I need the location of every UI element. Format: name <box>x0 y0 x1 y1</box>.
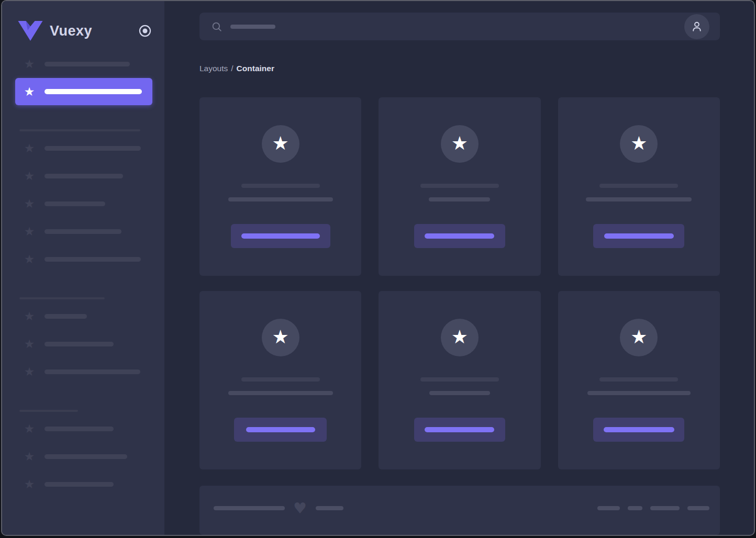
placeholder-card: ★ <box>379 291 540 469</box>
star-icon: ★ <box>23 253 36 265</box>
brand-name: Vuexy <box>50 23 92 39</box>
search-bar[interactable] <box>199 13 720 40</box>
skeleton-bar <box>45 62 130 66</box>
placeholder-card: ★ <box>558 97 720 276</box>
skeleton-bar <box>599 184 678 188</box>
card-action-button[interactable] <box>231 224 330 248</box>
sidebar-item[interactable]: ★ <box>2 443 164 470</box>
skeleton-bar <box>45 369 140 374</box>
card-action-button[interactable] <box>414 418 505 442</box>
card-action-button[interactable] <box>593 224 684 248</box>
skeleton-bar <box>45 342 114 346</box>
skeleton-bar <box>316 506 343 510</box>
star-icon: ★ <box>630 134 647 153</box>
skeleton-bar <box>214 506 285 510</box>
sidebar-item[interactable]: ★ <box>2 245 164 273</box>
card-action-button[interactable] <box>593 418 684 442</box>
star-icon: ★ <box>451 134 468 153</box>
sidebar-item[interactable]: ★ <box>2 190 164 218</box>
star-avatar: ★ <box>441 319 479 356</box>
star-icon: ★ <box>23 170 36 182</box>
skeleton-bar <box>650 506 680 510</box>
footer-bar: ♥ <box>199 486 720 535</box>
card-action-button[interactable] <box>234 418 327 442</box>
vuexy-logo-icon <box>18 21 43 41</box>
skeleton-bar <box>45 427 114 431</box>
breadcrumb-parent[interactable]: Layouts <box>199 64 228 73</box>
placeholder-card: ★ <box>199 291 361 469</box>
skeleton-bar <box>429 197 490 201</box>
skeleton-bar <box>241 233 320 239</box>
breadcrumb-current: Container <box>237 64 274 73</box>
skeleton-bar <box>599 377 678 382</box>
skeleton-bar <box>45 174 123 178</box>
skeleton-bar <box>429 391 490 395</box>
star-icon: ★ <box>23 338 36 350</box>
sidebar-section-heading <box>19 297 105 299</box>
app-window: Vuexy ★ ★ ★ <box>1 0 755 536</box>
search-placeholder-skeleton <box>230 25 275 29</box>
skeleton-bar <box>687 506 709 510</box>
sidebar-item[interactable]: ★ <box>2 470 164 498</box>
star-avatar: ★ <box>262 125 299 163</box>
placeholder-card: ★ <box>379 97 540 276</box>
star-icon: ★ <box>23 366 36 378</box>
skeleton-bar <box>587 391 691 395</box>
placeholder-card: ★ <box>199 97 361 276</box>
sidebar-item[interactable]: ★ <box>2 415 164 443</box>
star-avatar: ★ <box>441 125 479 163</box>
sidebar-item-active[interactable]: ★ <box>15 78 152 105</box>
placeholder-card: ★ <box>558 291 720 469</box>
skeleton-bar <box>586 197 692 201</box>
skeleton-bar <box>45 146 141 151</box>
sidebar-item[interactable]: ★ <box>2 358 164 386</box>
sidebar-item[interactable]: ★ <box>2 302 164 330</box>
star-icon: ★ <box>23 226 36 238</box>
footer-row: ♥ <box>214 500 709 516</box>
skeleton-bar <box>45 314 87 319</box>
sidebar: Vuexy ★ ★ ★ <box>2 1 164 535</box>
skeleton-bar <box>604 233 674 239</box>
breadcrumb: Layouts/Container <box>199 63 720 74</box>
star-avatar: ★ <box>262 319 299 356</box>
skeleton-bar <box>597 506 620 510</box>
skeleton-bar <box>241 377 320 382</box>
search-icon <box>211 21 223 32</box>
card-action-button[interactable] <box>414 224 505 248</box>
card-grid: ★ ★ ★ <box>199 97 720 469</box>
sidebar-item[interactable]: ★ <box>2 162 164 190</box>
skeleton-bar <box>628 506 642 510</box>
star-icon: ★ <box>451 328 468 346</box>
skeleton-bar <box>228 197 333 201</box>
skeleton-bar <box>45 454 127 459</box>
skeleton-bar <box>45 201 105 206</box>
star-icon: ★ <box>23 142 36 154</box>
breadcrumb-separator: / <box>231 64 233 73</box>
star-icon: ★ <box>23 198 36 210</box>
star-icon: ★ <box>23 86 36 98</box>
skeleton-bar <box>420 184 499 188</box>
sidebar-pin-toggle-icon[interactable] <box>138 24 152 38</box>
main-content: Layouts/Container ★ ★ <box>164 1 754 535</box>
star-icon: ★ <box>23 423 36 435</box>
sidebar-header: Vuexy <box>2 1 164 41</box>
sidebar-item[interactable]: ★ <box>2 50 164 78</box>
heart-icon[interactable]: ♥ <box>293 500 307 516</box>
sidebar-item[interactable]: ★ <box>2 134 164 162</box>
person-icon <box>690 20 704 33</box>
sidebar-section-heading <box>19 410 78 412</box>
sidebar-item[interactable]: ★ <box>2 330 164 358</box>
skeleton-bar <box>425 427 494 432</box>
star-icon: ★ <box>23 310 36 322</box>
sidebar-item[interactable]: ★ <box>2 218 164 245</box>
star-icon: ★ <box>272 328 289 346</box>
skeleton-bar <box>241 184 320 188</box>
star-icon: ★ <box>272 134 289 153</box>
star-icon: ★ <box>23 478 36 490</box>
star-icon: ★ <box>23 451 36 463</box>
skeleton-bar <box>425 233 494 239</box>
skeleton-bar <box>246 427 315 432</box>
skeleton-bar <box>228 391 333 395</box>
user-avatar[interactable] <box>684 14 709 39</box>
star-avatar: ★ <box>620 125 658 163</box>
